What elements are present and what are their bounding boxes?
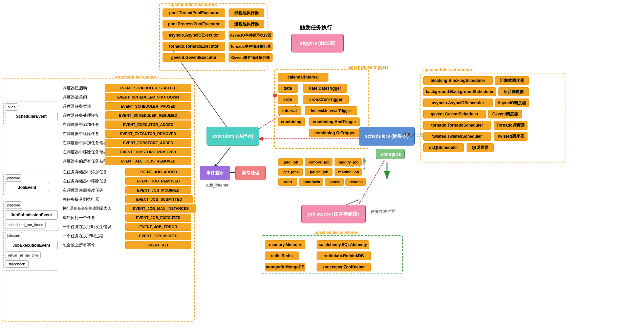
sched-asyncio-val: AsyncIO调度器 — [495, 98, 529, 107]
event-desc-7: 在调度器中移除任务储器 — [63, 149, 107, 155]
trigger-cron-val: cron.CronTrigger — [303, 95, 349, 104]
event-desc-8: 调度器中的所有任务被移除 — [63, 158, 111, 164]
trigger-interval-key: interval — [278, 106, 301, 115]
api-resume: .resume — [345, 178, 366, 186]
event-code-17: EVENT_ALL — [125, 241, 191, 249]
api-get-jobs: .get_jobs — [278, 168, 303, 176]
event-code-9: EVENT_JOB_ADDED — [125, 168, 191, 176]
job-execution-event-name: JobExecutionEvent — [5, 241, 58, 250]
executor-gevent-key: gevent.GeventExecutor — [163, 53, 225, 62]
event-desc-10: 在任务存储器中移除任务 — [63, 178, 107, 184]
jobstores-box: job stores (任务存储器) — [301, 205, 366, 223]
event-desc-2: 调度器任务暂停 — [63, 104, 91, 109]
jobstore-zookeeper: zookeeper.ZooKeeper — [317, 263, 371, 271]
event-desc-0: 调度器已启动 — [63, 85, 87, 91]
sched-tornado-key: tornado.TornadoScheduler — [423, 121, 491, 130]
jobstore-sqlalchemy: sqlalchemy.SQLAlchemy — [317, 240, 369, 249]
event-code-16: EVENT_JOB_MISSED — [125, 232, 191, 240]
jobstore-rethinkdb: rethinkdb.RethinkDB — [317, 251, 371, 260]
event-code-13: EVENT_JOB_MAX_INSTANCES — [125, 204, 196, 213]
api-start: .start — [278, 178, 297, 186]
api-shutdown: .shutdown — [299, 178, 323, 186]
sched-asyncio-key: asyncio.AsyncIOScheduler — [423, 98, 493, 107]
event-code-10: EVENT_JOB_REMOVED — [125, 177, 191, 185]
task-pool-label: 任务执行池 — [403, 132, 423, 138]
event-code-14: EVENT_JOB_EXECUTED — [125, 214, 191, 222]
sched-tornado-val: Tornado调度器 — [494, 121, 528, 130]
sched-qt-key: qt.QtScheduler — [423, 143, 464, 152]
jobstore-memory: memory.Memory — [265, 240, 305, 249]
event-separator — [63, 167, 191, 167]
sched-blocking-key: blocking.BlockingScheduler — [423, 76, 493, 85]
trigger-combining-and-val: combining.AndTrigger — [309, 117, 360, 126]
triggers-box: triggers (触发器) — [291, 34, 344, 52]
trigger-date-val: date.DateTrigger — [303, 84, 347, 93]
event-code-1: EVENT_SCHEDULER_SHUTDOWN — [105, 93, 191, 101]
executor-thread-val: 线程池执行器 — [229, 8, 264, 17]
trigger-interval-val: interval.IntervalTrigger — [305, 106, 357, 115]
executor-thread-key: pool.ThreadPoolExecutor — [163, 8, 225, 17]
event-code-8: EVENT_ALL_JOBS_REMOVED — [105, 157, 191, 165]
executor-asyncio-key: asyncio.AsyncIOExecutor — [163, 31, 225, 40]
sched-qt-val: Qt调度器 — [467, 143, 494, 152]
event-code-6: EVENT_JOBSTORE_ADDED — [105, 139, 191, 147]
trigger-combining-or-val: combining.OrTrigger — [309, 129, 360, 137]
event-desc-1: 调度器被关闭 — [63, 94, 87, 100]
event-code-4: EVENT_EXECUTOR_ADDED — [105, 120, 191, 129]
sched-background-key: background.BackgroundScheduler — [423, 87, 496, 96]
event-desc-15: 一个任务在执行时发生错误 — [63, 224, 111, 230]
event-desc-5: 在调度器中移除任务 — [63, 131, 99, 137]
executor-asyncio-val: AsyncIO事件循环执行器 — [229, 31, 273, 40]
trigger-cron-key: cron — [278, 95, 298, 104]
event-code-12: EVENT_JOB_SUBMITTED — [125, 195, 193, 203]
event-code-5: EVENT_EXECUTOR_REMOVED — [105, 130, 191, 138]
event-desc-4: 在调度器中添加任务 — [63, 122, 99, 128]
api-pause-job: .pause_job — [305, 168, 332, 176]
event-desc-3: 调度器任务处理恢复 — [63, 113, 99, 118]
center-executors-box: executors (执行器) — [207, 127, 259, 146]
api-modify-job: .modify_job — [335, 158, 362, 166]
executor-process-key: pool.ProcessPoolExecutor — [163, 20, 225, 28]
job-event-name: JobEvent — [5, 183, 49, 192]
api-add-job: .add_job — [278, 158, 303, 166]
api-pause: .pause — [325, 178, 344, 186]
event-desc-13: 执行器的任务实例达到最大值 — [63, 206, 111, 211]
sched-gevent-key: gevent.GeventScheduler — [423, 110, 486, 118]
event-code-2: EVENT_SCHEDULER_PAUSED — [105, 102, 191, 110]
event-desc-17: 包含以上所有事件 — [63, 242, 95, 248]
event-code-0: EVENT_SCHEDULER_STARTED — [105, 84, 191, 92]
event-listener-box: 事件监听 — [200, 166, 230, 180]
triggers-section-label: apscheduler.triggers — [349, 65, 389, 70]
configure-label-cn: .configure — [362, 152, 366, 170]
event-code-3: EVENT_SCHEDULER_RESUMED — [105, 111, 191, 119]
trigger-combining-key: combining — [278, 117, 305, 126]
sched-blocking-val: 阻塞式调度器 — [495, 76, 529, 85]
jobstore-redis: redis.Redis — [265, 251, 299, 260]
api-resume-job: .resume_job — [335, 168, 362, 176]
sched-twisted-val: Twisted调度器 — [494, 132, 528, 141]
trigger-date-key: date — [278, 84, 298, 93]
executor-gevent-val: Gevent事件循环执行器 — [229, 53, 273, 62]
jobstore-mongodb: mongodb.MongoDB — [265, 263, 305, 271]
executor-process-val: 进程池执行器 — [229, 20, 264, 28]
sched-background-val: 后台调度器 — [498, 87, 529, 96]
executor-tornado-key: tornado.TornadoExecutor — [163, 42, 225, 51]
event-desc-11: 在调度器外部修改任务 — [63, 188, 103, 193]
sched-twisted-key: twisted.TwistedScheduler — [423, 132, 491, 141]
scheduler-event-name: SchedulerEvent — [5, 112, 58, 121]
executors-section-label: apscheduler.executors — [169, 2, 217, 7]
jobstores-section-label: apscheduler.jobstores — [315, 230, 358, 235]
diagram-container: apscheduler.executors pool.ThreadPoolExe… — [0, 0, 644, 329]
event-desc-6: 在调度器中添加任务储器 — [63, 140, 107, 146]
schedulers-section-label: apscheduler.schedulers — [423, 67, 473, 72]
executor-tornado-val: Tornado事件循环执行器 — [229, 42, 273, 51]
event-code-7: EVENT_JOBSTORE_REMOVED — [105, 148, 191, 156]
event-code-15: EVENT_JOB_ERROR — [125, 223, 191, 231]
event-code-11: EVENT_JOB_MODIFIED — [125, 186, 191, 194]
add-listener-label: .add_listener — [205, 183, 229, 188]
configure-box: .configure — [376, 149, 405, 159]
trigger-task-label: 触发任务执行 — [300, 24, 332, 31]
sched-gevent-val: Gevent调度器 — [488, 110, 522, 118]
job-submission-event-name: JobSubmissionEvent — [5, 210, 58, 220]
exception-handler-box: 异常处理 — [235, 166, 266, 180]
